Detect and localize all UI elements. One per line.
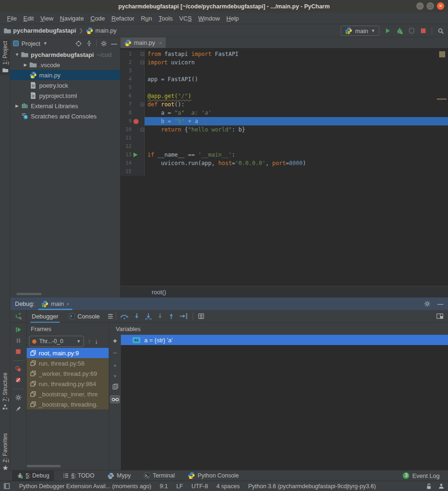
gutter[interactable]: 5 <box>120 83 145 92</box>
menu-item-edit[interactable]: Edit <box>20 15 37 22</box>
tree-item-pyproject-toml[interactable]: pyproject.toml <box>10 90 120 101</box>
tool-window-tab-mypy[interactable]: Mypy <box>103 470 135 481</box>
gear-icon[interactable] <box>424 300 431 307</box>
restore-layout-icon[interactable] <box>436 313 443 319</box>
project-horizontal-scrollbar[interactable] <box>10 292 120 296</box>
plus-icon[interactable]: + <box>113 337 117 345</box>
debug-session-tab[interactable]: main × <box>38 297 72 310</box>
status-message[interactable]: Python Debugger Extension Avail... (mome… <box>19 483 151 490</box>
editor-tab-mainpy[interactable]: main.py × <box>120 37 166 48</box>
lock-icon[interactable] <box>426 483 432 490</box>
stop-button[interactable] <box>420 28 427 34</box>
code-line-text[interactable]: return {"hello world": b} <box>145 125 448 134</box>
step-out-icon[interactable] <box>168 313 175 319</box>
minimize-button[interactable]: – <box>416 2 424 10</box>
gutter[interactable]: 14 <box>120 159 145 167</box>
gutter[interactable]: 15 <box>120 167 145 176</box>
frame-row[interactable]: root, main.py:9 <box>27 348 109 358</box>
gutter[interactable]: 11 <box>120 134 145 142</box>
code-line-text[interactable] <box>145 67 448 75</box>
gutter[interactable]: 8 <box>120 109 145 117</box>
tree-item-pycharmdebugfastapi[interactable]: ▼pycharmdebugfastapi ~/cod <box>10 49 120 60</box>
status-segment[interactable]: Python 3.6 (pycharmdebugfastapi-9cdjtyrg… <box>248 483 376 490</box>
frame-row[interactable]: _worker, thread.py:69 <box>27 368 109 379</box>
code-line-text[interactable] <box>145 134 448 142</box>
stripe-button-project[interactable]: 1: Project <box>0 39 10 75</box>
warning-stripe-marker[interactable] <box>437 98 447 100</box>
close-icon[interactable]: × <box>159 40 162 46</box>
menu-item-navigate[interactable]: Navigate <box>56 15 87 22</box>
menu-item-file[interactable]: File <box>4 15 20 22</box>
stripe-button-favorites[interactable]: 2: Favorites <box>0 431 10 473</box>
tab-console[interactable]: Console <box>63 310 105 323</box>
tool-window-tab-6-todo[interactable]: 6: TODO <box>58 470 99 481</box>
menu-item-run[interactable]: Run <box>138 15 155 22</box>
breadcrumb-root[interactable]: root() <box>152 289 166 296</box>
stripe-button-structure[interactable]: 7: Structure <box>0 371 10 412</box>
breadcrumb-item[interactable]: main.py <box>86 27 117 35</box>
gutter[interactable]: 10 <box>120 125 145 134</box>
code-line-text[interactable]: app = FastAPI() <box>145 75 448 83</box>
smart-step-into-icon[interactable] <box>145 313 152 319</box>
code-line-text[interactable]: def root(): <box>145 100 448 109</box>
menu-item-code[interactable]: Code <box>87 15 108 22</box>
gutter[interactable]: 9 <box>120 117 145 125</box>
gutter[interactable]: 1 <box>120 50 145 58</box>
copy-frames-icon[interactable] <box>112 383 119 391</box>
menu-item-refactor[interactable]: Refactor <box>108 15 138 22</box>
fold-icon[interactable] <box>140 61 144 64</box>
hector-icon[interactable] <box>438 483 444 489</box>
menu-item-tools[interactable]: Tools <box>155 15 176 22</box>
frames-horizontal-scrollbar[interactable] <box>27 464 109 468</box>
coverage-button[interactable] <box>408 28 415 34</box>
status-segment[interactable]: LF <box>176 483 183 490</box>
expander-icon[interactable]: ▶ <box>21 62 29 67</box>
frame-row[interactable]: run, threading.py:864 <box>27 379 109 389</box>
frame-row[interactable]: run, thread.py:56 <box>27 358 109 368</box>
frame-row[interactable]: _bootstrap_inner, thre <box>27 389 109 399</box>
menu-item-help[interactable]: Help <box>223 15 242 22</box>
expander-icon[interactable]: ▼ <box>13 52 21 57</box>
code-line-text[interactable]: uvicorn.run(app, host='0.0.0.0', port=80… <box>145 159 448 167</box>
previous-frame-icon[interactable]: ↑ <box>88 338 91 345</box>
code-line-text[interactable]: b = "b" + a <box>145 117 448 125</box>
menu-item-vcs[interactable]: VCS <box>176 15 195 22</box>
code-line-text[interactable] <box>145 142 448 151</box>
tree-item-poetry-lock[interactable]: poetry.lock <box>10 80 120 90</box>
title-bar[interactable]: pycharmdebugfastapi [~/code/pycharmdebug… <box>0 0 448 13</box>
gear-icon[interactable] <box>15 394 22 401</box>
collapse-all-icon[interactable] <box>86 40 92 47</box>
step-over-icon[interactable] <box>120 313 129 319</box>
gutter[interactable]: 6 <box>120 92 145 100</box>
breakpoint-icon[interactable] <box>133 119 139 124</box>
fold-icon[interactable] <box>140 128 144 131</box>
tree-item--vscode[interactable]: ▶.vscode <box>10 60 120 70</box>
menu-item-window[interactable]: Window <box>195 15 223 22</box>
code-line-text[interactable]: if __name__ == '__main__': <box>145 151 448 159</box>
hide-icon[interactable]: — <box>111 40 117 47</box>
breadcrumb-item[interactable]: pycharmdebugfastapi <box>4 27 76 35</box>
close-button[interactable]: ✕ <box>437 2 444 10</box>
code-line-text[interactable]: import uvicorn <box>145 58 448 67</box>
run-to-cursor-icon[interactable] <box>179 313 188 319</box>
pin-icon[interactable] <box>15 406 21 412</box>
debug-button[interactable] <box>396 28 403 35</box>
status-segment[interactable]: 4 spaces <box>217 483 240 490</box>
layout-settings-icon[interactable]: ☰ <box>108 313 113 320</box>
close-icon[interactable]: × <box>66 301 69 307</box>
gutter[interactable]: 12 <box>120 142 145 151</box>
fold-icon[interactable] <box>140 52 144 56</box>
tab-debugger[interactable]: Debugger <box>27 310 63 323</box>
pause-icon[interactable] <box>15 338 21 344</box>
tree-item-external-libraries[interactable]: ▶External Libraries <box>10 101 120 111</box>
rerun-icon[interactable] <box>14 312 22 320</box>
fold-icon[interactable] <box>140 103 144 106</box>
gutter[interactable]: 7 <box>120 100 145 109</box>
tool-window-tab-python-console[interactable]: Python Console <box>183 470 243 481</box>
step-into-icon[interactable] <box>133 313 140 319</box>
glasses-icon[interactable] <box>110 395 120 403</box>
status-segment[interactable]: UTF-8 <box>191 483 208 490</box>
gutter[interactable]: 13 <box>120 151 145 159</box>
force-step-into-icon[interactable] <box>157 313 163 319</box>
minus-icon[interactable]: − <box>113 349 117 357</box>
